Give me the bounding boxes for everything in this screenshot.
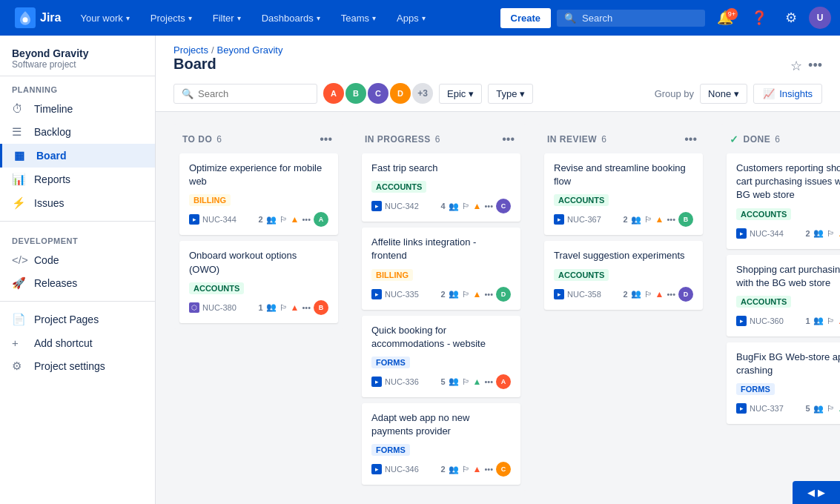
sidebar-item-add-shortcut[interactable]: + Add shortcut xyxy=(0,331,155,354)
card-id-text: NUC-360 xyxy=(750,316,784,325)
card[interactable]: Travel suggestion experiments ACCOUNTS ▸… xyxy=(544,241,703,309)
card[interactable]: BugFix BG Web-store app crashing FORMS ▸… xyxy=(727,342,840,424)
card-meta: 1 👥 🏳 ▲ ••• E xyxy=(805,314,840,328)
your-work-btn[interactable]: Your work ▾ xyxy=(73,10,136,27)
flag-icon: 🏳 xyxy=(827,229,835,238)
none-btn[interactable]: None ▾ xyxy=(700,84,747,104)
sidebar-item-reports[interactable]: 📊 Reports xyxy=(0,168,155,191)
card-title: Customers reporting shopping cart purcha… xyxy=(736,162,840,202)
story-icon: 👥 xyxy=(266,302,277,312)
sidebar-item-board[interactable]: ▦ Board xyxy=(0,144,155,168)
card-title: BugFix BG Web-store app crashing xyxy=(736,351,840,377)
teams-btn[interactable]: Teams ▾ xyxy=(334,10,383,27)
card[interactable]: Adapt web app no new payments provider F… xyxy=(362,403,520,485)
card-type-icon: ▸ xyxy=(736,403,747,414)
create-btn[interactable]: Create xyxy=(500,8,551,28)
epic-filter-btn[interactable]: Epic ▾ xyxy=(439,84,482,104)
card-meta: 2 👥 🏳 ▲ ••• C xyxy=(440,462,511,477)
card[interactable]: Onboard workout options (OWO) ACCOUNTS ⬡… xyxy=(179,241,338,322)
story-points: 5 xyxy=(805,404,810,413)
card-id: ▸ NUC-346 xyxy=(371,464,419,474)
user-avatar[interactable]: U xyxy=(809,7,831,29)
column-menu-btn-in-review[interactable]: ••• xyxy=(681,131,700,147)
sidebar-item-project-settings[interactable]: ⚙ Project settings xyxy=(0,354,155,378)
flag-icon: 🏳 xyxy=(462,377,470,386)
column-in-progress: IN PROGRESS 6 ••• Fast trip search ACCOU… xyxy=(356,124,526,491)
card[interactable]: Optimize experience for mobile web BILLI… xyxy=(179,153,338,235)
avatar-2[interactable]: B xyxy=(345,83,366,104)
card[interactable]: Fast trip search ACCOUNTS ▸ NUC-342 4 👥 … xyxy=(362,153,520,222)
help-btn[interactable]: ❓ xyxy=(745,7,773,29)
card[interactable]: Quick booking for accommodations - websi… xyxy=(362,316,520,397)
card-tags: ACCOUNTS xyxy=(736,296,840,308)
card-id-text: NUC-337 xyxy=(750,404,784,413)
card-meta: 5 👥 🏳 ▲ ••• A xyxy=(440,374,511,389)
search-input[interactable] xyxy=(582,13,698,24)
flag-icon: 🏳 xyxy=(827,316,835,325)
sidebar-item-label: Board xyxy=(36,150,66,162)
filter-btn[interactable]: Filter ▾ xyxy=(205,10,248,27)
insights-btn[interactable]: 📈 Insights xyxy=(753,84,822,104)
sidebar-item-label: Reports xyxy=(34,173,70,185)
breadcrumb-project[interactable]: Beyond Gravity xyxy=(217,44,283,56)
ellipsis-icon: ••• xyxy=(302,215,311,224)
avatar-3[interactable]: C xyxy=(368,83,388,104)
card-id-text: NUC-336 xyxy=(385,377,419,386)
settings-btn[interactable]: ⚙ xyxy=(779,7,803,29)
column-title-text: DONE xyxy=(744,134,771,145)
star-button[interactable]: ☆ xyxy=(790,58,802,74)
card-title: Onboard workout options (OWO) xyxy=(189,249,328,276)
apps-btn[interactable]: Apps ▾ xyxy=(389,10,433,27)
breadcrumb-projects[interactable]: Projects xyxy=(173,44,208,56)
more-avatars-badge[interactable]: +3 xyxy=(412,83,433,104)
column-title-text: IN REVIEW xyxy=(547,134,597,145)
column-cards-in-review: Revise and streamline booking flow ACCOU… xyxy=(538,153,709,316)
card-footer: ▸ NUC-344 2 👥 🏳 ▲ ••• A xyxy=(189,212,328,227)
sidebar-divider-2 xyxy=(0,301,155,302)
nav-logo[interactable]: Jira xyxy=(9,7,67,28)
card[interactable]: Shopping cart purchasing issues with the… xyxy=(727,255,840,336)
board-area: TO DO 6 ••• Optimize experience for mobi… xyxy=(156,112,840,504)
card[interactable]: Revise and streamline booking flow ACCOU… xyxy=(544,153,703,235)
card-id-text: NUC-358 xyxy=(567,290,601,299)
sidebar-item-backlog[interactable]: ☰ Backlog xyxy=(0,120,155,144)
ellipsis-icon: ••• xyxy=(484,465,493,474)
card-title: Revise and streamline booking flow xyxy=(554,162,693,188)
avatar-4[interactable]: D xyxy=(390,83,411,104)
card-meta: 5 👥 🏳 ▲ ••• B xyxy=(805,401,840,416)
toolbar-search[interactable]: 🔍 xyxy=(173,84,317,104)
projects-btn[interactable]: Projects ▾ xyxy=(143,10,199,27)
sidebar-project: Beyond Gravity Software project xyxy=(0,36,155,76)
notifications-btn[interactable]: 🔔 9+ xyxy=(711,7,739,29)
sidebar-item-issues[interactable]: ⚡ Issues xyxy=(0,191,155,215)
priority-icon: ▲ xyxy=(838,403,840,414)
sidebar-item-timeline[interactable]: ⏱ Timeline xyxy=(0,97,155,120)
planning-section-label: PLANNING xyxy=(0,76,155,97)
card-tags: BILLING xyxy=(189,194,328,206)
development-section-label: DEVELOPMENT xyxy=(0,228,155,248)
card-footer: ▸ NUC-342 4 👥 🏳 ▲ ••• C xyxy=(371,199,511,213)
sidebar-item-project-pages[interactable]: 📄 Project Pages xyxy=(0,308,155,331)
card-tags: FORMS xyxy=(736,383,840,395)
card[interactable]: Customers reporting shopping cart purcha… xyxy=(727,153,840,249)
search-box[interactable]: 🔍 xyxy=(557,10,705,27)
more-options-button[interactable]: ••• xyxy=(808,58,822,73)
logo-text: Jira xyxy=(40,11,61,24)
card-type-icon: ▸ xyxy=(371,464,382,474)
avatar-1[interactable]: A xyxy=(323,83,344,104)
type-filter-btn[interactable]: Type ▾ xyxy=(488,84,533,104)
column-menu-btn-in-progress[interactable]: ••• xyxy=(499,131,517,147)
card[interactable]: Affelite links integration - frontend BI… xyxy=(362,228,520,309)
card-type-icon: ▸ xyxy=(189,214,199,225)
column-menu-btn-todo[interactable]: ••• xyxy=(317,131,335,147)
bottom-bar[interactable]: ◀ ▶ xyxy=(793,481,840,504)
card-id: ⬡ NUC-380 xyxy=(189,302,237,313)
card-title: Fast trip search xyxy=(371,162,511,175)
card-meta: 2 👥 🏳 ▲ ••• D xyxy=(623,287,693,302)
story-points: 4 xyxy=(440,202,445,210)
sidebar-item-code[interactable]: </> Code xyxy=(0,248,155,271)
board-search-input[interactable] xyxy=(198,88,309,99)
sidebar-item-releases[interactable]: 🚀 Releases xyxy=(0,271,155,295)
dashboards-btn[interactable]: Dashboards ▾ xyxy=(254,10,328,27)
story-icon: 👥 xyxy=(813,228,824,238)
